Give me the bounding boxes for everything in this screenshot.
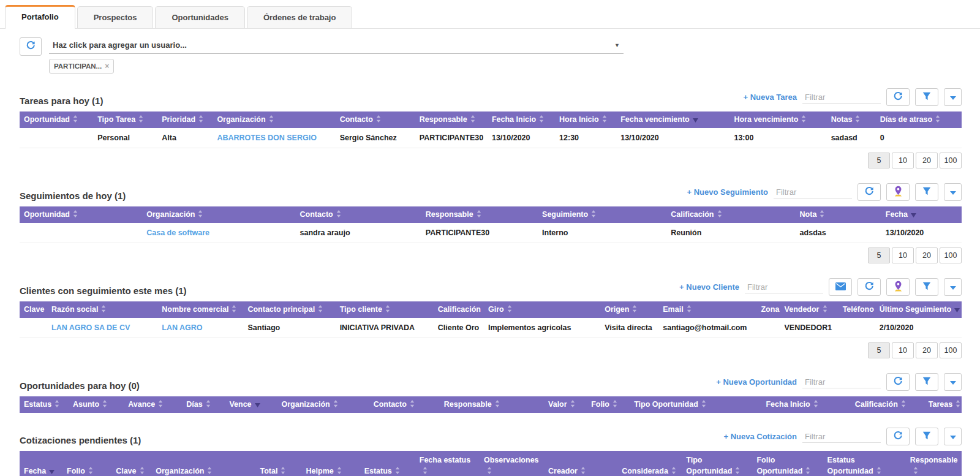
map-pin-button[interactable] — [886, 278, 910, 296]
column-header-calificacion[interactable]: Calificación — [434, 301, 484, 318]
column-header-observaciones[interactable]: Observaciones — [480, 451, 544, 476]
column-header-oportunidad[interactable]: Oportunidad — [20, 206, 142, 223]
cell-link[interactable]: LAN AGRO — [162, 323, 202, 332]
column-header-fecha-inicio[interactable]: Fecha Inicio — [488, 111, 555, 128]
column-header-responsable[interactable]: Responsable — [421, 206, 538, 223]
tab-oportunidades[interactable]: Oportunidades — [155, 6, 244, 28]
column-header-fecha-vencimiento[interactable]: Fecha vencimiento — [616, 111, 729, 128]
remove-user-icon[interactable]: × — [105, 62, 109, 70]
filter-button[interactable] — [915, 88, 938, 106]
column-header-nota[interactable]: Nota — [796, 206, 881, 223]
envelope-button[interactable] — [829, 278, 852, 296]
column-header-notas[interactable]: Notas — [827, 111, 876, 128]
column-header-tipo-tarea[interactable]: Tipo Tarea — [93, 111, 157, 128]
column-header-organizacion[interactable]: Organización — [213, 111, 335, 128]
filter-button[interactable] — [915, 183, 938, 201]
column-header-fecha-estatus[interactable]: Fecha estatus — [415, 451, 480, 476]
page-size-5[interactable]: 5 — [868, 342, 890, 358]
column-header-dias-de-atraso[interactable]: Días de atraso — [876, 111, 962, 128]
new-tareas-link[interactable]: + Nueva Tarea — [743, 93, 797, 102]
page-size-10[interactable]: 10 — [892, 153, 914, 168]
add-user-select[interactable]: Haz click para agregar un usuario... ▼ — [49, 37, 624, 54]
tab-prospectos[interactable]: Prospectos — [77, 6, 154, 28]
refresh-button[interactable] — [886, 373, 910, 391]
column-header-considerada[interactable]: Considerada — [617, 451, 682, 476]
column-header-responsable[interactable]: Responsable — [906, 451, 962, 476]
new-clientes-link[interactable]: + Nuevo Cliente — [679, 282, 739, 292]
filter-button[interactable] — [915, 278, 938, 296]
column-header-folio[interactable]: Folio — [587, 396, 630, 413]
column-header-hora-vencimiento[interactable]: Hora vencimiento — [729, 111, 826, 128]
column-header-tipo-oportunidad[interactable]: Tipo Oportunidad — [630, 396, 761, 413]
new-seguimientos-link[interactable]: + Nuevo Seguimiento — [687, 187, 768, 197]
map-pin-button[interactable] — [886, 183, 910, 201]
new-cotizaciones-link[interactable]: + Nueva Cotización — [723, 432, 797, 441]
new-oportunidades-link[interactable]: + Nueva Oportunidad — [716, 377, 797, 387]
column-header-calificacion[interactable]: Calificación — [851, 396, 924, 413]
page-size-5[interactable]: 5 — [868, 153, 890, 168]
page-size-100[interactable]: 100 — [940, 153, 962, 168]
column-header-organizacion[interactable]: Organización — [142, 206, 295, 223]
column-header-fecha-inicio[interactable]: Fecha Inicio — [761, 396, 850, 413]
column-header-helpme[interactable]: Helpme — [302, 451, 360, 476]
column-header-avance[interactable]: Avance — [124, 396, 182, 413]
column-header-total[interactable]: Total — [255, 451, 301, 476]
column-header-vendedor[interactable]: Vendedor — [780, 301, 839, 318]
tab-ordenes-de-trabajo[interactable]: Órdenes de trabajo — [247, 6, 352, 28]
column-header-folio-oportunidad[interactable]: Folio Oportunidad — [752, 451, 823, 476]
column-header-fecha[interactable]: Fecha — [20, 451, 62, 476]
column-header-organizacion[interactable]: Organización — [151, 451, 255, 476]
caret-button[interactable] — [944, 278, 962, 296]
column-header-tipo-cliente[interactable]: Tipo cliente — [336, 301, 434, 318]
filter-input[interactable] — [802, 91, 881, 104]
column-header-zona[interactable]: Zona — [756, 301, 780, 318]
page-size-20[interactable]: 20 — [916, 342, 938, 358]
refresh-users-button[interactable] — [20, 37, 42, 56]
filter-input[interactable] — [802, 376, 881, 388]
refresh-button[interactable] — [858, 278, 881, 296]
column-header-estatus[interactable]: Estatus — [360, 451, 415, 476]
page-size-10[interactable]: 10 — [892, 247, 914, 263]
column-header-contacto[interactable]: Contacto — [336, 111, 415, 128]
column-header-estatus[interactable]: Estatus — [20, 396, 69, 413]
column-header-calificacion[interactable]: Calificación — [666, 206, 795, 223]
column-header-contacto-principal[interactable]: Contacto principal — [243, 301, 335, 318]
column-header-dias[interactable]: Días — [182, 396, 225, 413]
column-header-origen[interactable]: Origen — [600, 301, 658, 318]
tab-portafolio[interactable]: Portafolio — [5, 5, 75, 29]
column-header-email[interactable]: Email — [658, 301, 756, 318]
cell-link[interactable]: ABARROTES DON SERGIO — [217, 134, 317, 142]
column-header-hora-inicio[interactable]: Hora Inicio — [555, 111, 616, 128]
column-header-ultimo-seguimiento[interactable]: Último Seguimiento — [875, 301, 962, 318]
column-header-vence[interactable]: Vence — [225, 396, 277, 413]
filter-button[interactable] — [915, 373, 938, 391]
column-header-telefono[interactable]: Teléfono — [839, 301, 875, 318]
column-header-clave[interactable]: Clave — [111, 451, 151, 476]
column-header-nombre-comercial[interactable]: Nombre comercial — [157, 301, 243, 318]
filter-input[interactable] — [802, 431, 881, 443]
user-chip[interactable]: PARTICIPAN... × — [49, 59, 114, 74]
column-header-folio[interactable]: Folio — [62, 451, 111, 476]
column-header-clave[interactable]: Clave — [20, 301, 47, 318]
caret-button[interactable] — [944, 373, 962, 391]
column-header-fecha[interactable]: Fecha — [881, 206, 962, 223]
column-header-creador[interactable]: Creador — [544, 451, 617, 476]
column-header-organizacion[interactable]: Organización — [277, 396, 369, 413]
column-header-estatus-oportunidad[interactable]: Estatus Oportunidad — [823, 451, 906, 476]
page-size-20[interactable]: 20 — [916, 247, 938, 263]
column-header-asunto[interactable]: Asunto — [69, 396, 124, 413]
column-header-contacto[interactable]: Contacto — [369, 396, 440, 413]
caret-button[interactable] — [944, 183, 962, 201]
column-header-responsable[interactable]: Responsable — [440, 396, 544, 413]
column-header-oportunidad[interactable]: Oportunidad — [20, 111, 93, 128]
column-header-razon-social[interactable]: Razón social — [47, 301, 157, 318]
column-header-seguimiento[interactable]: Seguimiento — [538, 206, 666, 223]
column-header-tipo-oportunidad[interactable]: Tipo Oportunidad — [682, 451, 752, 476]
column-header-valor[interactable]: Valor — [544, 396, 587, 413]
column-header-prioridad[interactable]: Prioridad — [157, 111, 213, 128]
cell-link[interactable]: LAN AGRO SA DE CV — [51, 323, 130, 332]
page-size-100[interactable]: 100 — [940, 247, 962, 263]
column-header-tareas[interactable]: Tareas — [924, 396, 962, 413]
page-size-5[interactable]: 5 — [868, 247, 890, 263]
filter-input[interactable] — [774, 186, 852, 198]
